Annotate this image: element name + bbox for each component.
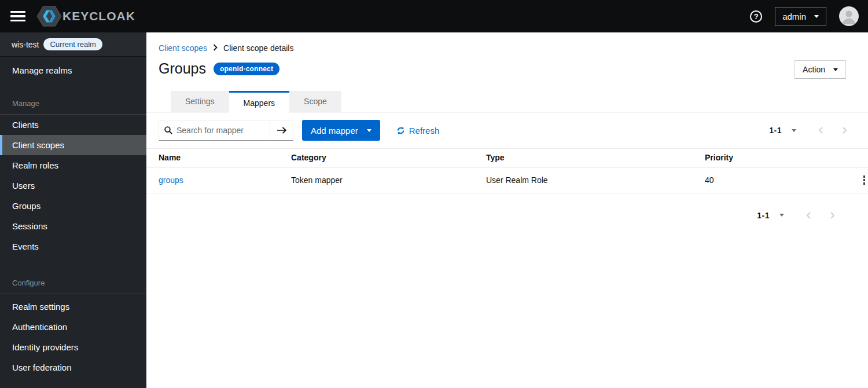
masthead: KEYCLOAK ? admin [0,0,868,32]
sidebar-item-authentication[interactable]: Authentication [0,317,146,337]
help-icon[interactable]: ? [750,10,762,23]
username: admin [782,12,806,21]
column-header-type: Type [486,149,705,167]
chevron-down-icon [367,129,372,132]
tab-bar: Settings Mappers Scope [146,91,868,112]
sidebar-item-clients[interactable]: Clients [0,115,146,135]
mappers-toolbar: Add mapper Refresh 1-1 [146,112,868,148]
refresh-link[interactable]: Refresh [396,126,440,136]
sidebar-item-user-federation[interactable]: User federation [0,357,146,378]
sidebar-item-events[interactable]: Events [0,236,146,257]
mappers-table: Name Category Type Priority groups Token… [146,148,868,193]
arrow-right-icon [277,126,287,134]
pagination-next-button[interactable] [833,124,856,137]
avatar[interactable] [839,6,859,26]
add-mapper-button[interactable]: Add mapper [302,120,380,141]
keycloak-logo-icon [37,5,61,27]
table-row: groups Token mapper User Realm Role 40 [146,167,868,193]
chevron-down-icon [814,15,819,18]
breadcrumb-client-scopes-link[interactable]: Client scopes [159,43,207,53]
protocol-badge: openid-connect [214,63,279,75]
pagination-top: 1-1 [769,124,868,137]
search-group [159,120,293,141]
pagination-range: 1-1 [769,126,782,135]
realm-name: wis-test [12,40,39,49]
table-header-row: Name Category Type Priority [146,149,868,167]
sidebar-item-realm-settings[interactable]: Realm settings [0,294,146,317]
row-kebab-menu-icon[interactable] [860,173,868,187]
pagination-options-icon[interactable] [779,214,784,217]
user-menu-dropdown[interactable]: admin [775,7,826,26]
mapper-type: User Realm Role [486,170,705,191]
chevron-right-icon [841,126,848,134]
chevron-down-icon [833,68,838,71]
refresh-label: Refresh [409,126,440,136]
brand-text: KEYCLOAK [62,9,135,23]
breadcrumb-current: Client scope details [223,43,293,53]
chevron-left-icon [818,126,824,134]
page-header: Groups openid-connect Action [146,53,868,79]
refresh-icon [396,126,405,135]
action-label: Action [803,65,825,74]
pagination-range: 1-1 [757,211,770,220]
column-header-priority: Priority [705,149,840,167]
mapper-priority: 40 [705,170,840,191]
chevron-right-icon [829,211,836,219]
search-submit-button[interactable] [270,120,293,140]
chevron-left-icon [806,211,812,219]
column-header-name: Name [159,149,291,167]
action-dropdown-button[interactable]: Action [795,60,846,79]
current-realm-badge: Current realm [43,38,102,50]
search-icon [164,126,172,134]
sidebar-section-configure: Configure [0,257,146,294]
main-content: Client scopes Client scope details Group… [146,32,868,388]
realm-selector[interactable]: wis-test Current realm [0,32,146,57]
sidebar-section-manage: Manage [0,84,146,114]
mapper-category: Token mapper [291,170,486,191]
user-silhouette-icon [839,6,859,26]
sidebar-item-manage-realms[interactable]: Manage realms [0,57,146,84]
pagination-prev-button[interactable] [809,124,833,137]
breadcrumb: Client scopes Client scope details [146,32,868,53]
sidebar: wis-test Current realm Manage realms Man… [0,32,146,388]
sidebar-item-identity-providers[interactable]: Identity providers [0,337,146,357]
tab-mappers[interactable]: Mappers [229,91,289,113]
sidebar-item-users[interactable]: Users [0,175,146,196]
pagination-prev-button[interactable] [797,209,821,222]
page-title: Groups [159,60,206,77]
sidebar-item-sessions[interactable]: Sessions [0,216,146,236]
sidebar-item-groups[interactable]: Groups [0,196,146,216]
pagination-bottom: 1-1 [146,209,868,222]
add-mapper-label: Add mapper [311,126,358,136]
pagination-next-button[interactable] [821,209,844,222]
tab-scope[interactable]: Scope [289,91,341,112]
nav-toggle-icon[interactable] [10,11,25,22]
keycloak-logo[interactable]: KEYCLOAK [37,5,135,27]
breadcrumb-separator-icon [213,43,218,53]
tab-settings[interactable]: Settings [171,91,229,112]
mapper-name-link[interactable]: groups [159,175,183,185]
pagination-options-icon[interactable] [792,129,796,132]
search-input[interactable] [176,126,258,135]
sidebar-item-realm-roles[interactable]: Realm roles [0,155,146,175]
column-header-category: Category [291,149,486,167]
sidebar-item-client-scopes[interactable]: Client scopes [0,135,146,155]
